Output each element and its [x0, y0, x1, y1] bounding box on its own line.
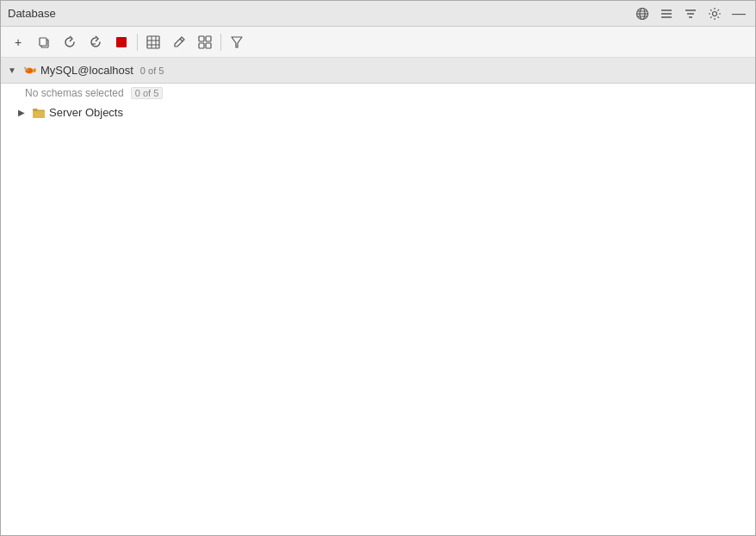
minimize-button[interactable]: —: [729, 4, 748, 23]
tree-root-label: MySQL@localhost: [40, 64, 133, 77]
svg-rect-14: [116, 37, 127, 47]
copy-button[interactable]: [32, 31, 56, 53]
globe-icon: [635, 7, 649, 21]
svg-rect-23: [199, 43, 204, 48]
svg-rect-22: [206, 36, 211, 41]
filter-list-icon-button[interactable]: [681, 4, 700, 23]
svg-marker-25: [232, 37, 242, 47]
root-chevron-icon[interactable]: ▼: [8, 65, 18, 75]
settings-icon-button[interactable]: [705, 4, 724, 23]
tree-schema-row: No schemas selected 0 of 5: [1, 84, 755, 103]
tree-item-server-objects[interactable]: ▶ Server Objects: [1, 103, 755, 122]
filter-icon: [230, 35, 244, 49]
edit-button[interactable]: [167, 31, 191, 53]
refresh-all-button[interactable]: [84, 31, 108, 53]
mysql-dolphin-icon: [22, 65, 37, 77]
add-icon: +: [15, 35, 22, 49]
schema-badge: 0 of 5: [131, 87, 164, 99]
folder-icon: [32, 107, 46, 119]
refresh-button[interactable]: [58, 31, 82, 53]
svg-rect-15: [147, 36, 159, 48]
main-window: Database: [0, 0, 756, 536]
title-bar-right: —: [633, 4, 748, 23]
filter-list-icon: [684, 7, 697, 21]
edit-icon: [172, 35, 186, 49]
stop-icon: [115, 36, 127, 48]
tree-root-badge: 0 of 5: [140, 65, 164, 76]
refresh-all-icon: [89, 35, 102, 49]
svg-point-27: [26, 68, 33, 73]
svg-rect-24: [206, 43, 211, 48]
table-icon: [146, 35, 160, 49]
svg-line-20: [180, 39, 183, 41]
tree-area: ▼ MySQL@localhost 0 of 5 No schemas sele…: [1, 58, 755, 535]
no-schemas-label: No schemas selected: [25, 87, 124, 99]
list-icon: [660, 7, 673, 21]
svg-rect-13: [40, 38, 46, 46]
refresh-icon: [63, 35, 77, 49]
table-button[interactable]: [141, 31, 165, 53]
globe-icon-button[interactable]: [633, 4, 652, 23]
server-objects-chevron-icon[interactable]: ▶: [18, 108, 28, 117]
toolbar-separator-1: [137, 34, 138, 51]
copy-icon: [37, 35, 51, 49]
filter-button[interactable]: [225, 31, 249, 53]
stop-button[interactable]: [109, 31, 133, 53]
server-objects-label: Server Objects: [49, 106, 123, 119]
minimize-icon: —: [732, 7, 746, 21]
title-bar-left: Database: [8, 7, 56, 20]
svg-point-29: [28, 69, 28, 70]
title-bar: Database: [1, 1, 755, 27]
svg-rect-21: [199, 36, 204, 41]
window-title: Database: [8, 7, 56, 20]
view-icon: [198, 35, 212, 49]
list-icon-button[interactable]: [657, 4, 676, 23]
toolbar: +: [1, 27, 755, 58]
view-button[interactable]: [193, 31, 217, 53]
toolbar-separator-2: [220, 34, 221, 51]
tree-root-row[interactable]: ▼ MySQL@localhost 0 of 5: [1, 58, 755, 84]
svg-point-11: [713, 11, 717, 16]
add-button[interactable]: +: [6, 31, 30, 53]
settings-icon: [708, 7, 722, 21]
